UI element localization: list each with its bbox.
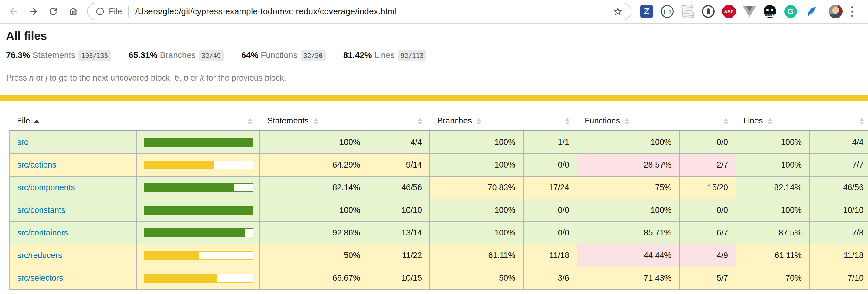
coverage-bar <box>144 228 253 237</box>
file-link[interactable]: src/constants <box>17 206 65 215</box>
forward-arrow-icon <box>28 6 39 17</box>
coverage-bar-empty <box>214 160 253 169</box>
metric-label: Functions <box>261 50 297 60</box>
column-header-file[interactable]: File <box>9 101 136 131</box>
frac-cell: 5/7 <box>679 267 736 290</box>
file-cell: src/selectors <box>9 267 136 290</box>
home-button[interactable] <box>65 4 81 19</box>
column-header-sorter[interactable] <box>523 101 577 131</box>
table-header-row: FileStatementsBranchesFunctionsLines <box>9 101 868 131</box>
column-label: File <box>17 116 30 125</box>
column-header-functions[interactable]: Functions <box>577 101 679 131</box>
coverage-status-line <box>0 96 868 101</box>
hint-text: or <box>188 73 200 82</box>
table-row: src/actions64.29%9/14100%0/028.57%2/7100… <box>9 154 868 176</box>
frac-cell: 13/14 <box>368 222 430 244</box>
adblock-plus-extension-icon[interactable]: ABP <box>722 5 736 18</box>
home-icon <box>68 6 79 17</box>
forward-button[interactable] <box>25 4 41 19</box>
coverage-bar <box>144 183 253 192</box>
address-bar[interactable]: File /Users/gleb/git/cypress-example-tod… <box>87 3 631 20</box>
pct-cell: 61.11% <box>430 244 523 267</box>
hint-text: , <box>179 73 184 82</box>
metric-fraction: 103/135 <box>78 50 111 61</box>
sorter-icon <box>477 118 481 125</box>
kuker-extension-icon[interactable]: KUKER <box>763 5 777 18</box>
coverage-bar-empty <box>234 183 253 192</box>
frac-cell: 2/7 <box>679 154 736 176</box>
metric-fraction: 32/50 <box>301 50 326 61</box>
pct-cell: 100% <box>430 131 523 154</box>
hint-text: or <box>34 73 46 82</box>
coverage-summary: 76.3%Statements103/13565.31%Branches32/4… <box>6 50 862 60</box>
feather-extension-icon[interactable] <box>805 5 818 18</box>
profile-avatar[interactable] <box>829 4 843 19</box>
pct-cell: 100% <box>577 199 679 222</box>
column-header-sorter[interactable] <box>810 101 868 131</box>
metric-percentage: 81.42% <box>343 50 372 60</box>
frac-cell: 9/14 <box>368 154 430 176</box>
coverage-bar <box>144 160 253 169</box>
coverage-bar-fill <box>144 138 253 147</box>
column-label: Lines <box>743 116 763 125</box>
column-header-sorter[interactable] <box>136 101 260 131</box>
zotero-extension-icon[interactable]: Z <box>640 5 653 18</box>
bar-cell <box>136 222 260 244</box>
column-header-branches[interactable]: Branches <box>430 101 523 131</box>
frac-cell: 46/56 <box>810 176 868 199</box>
frac-cell: 0/0 <box>523 199 577 222</box>
notes-extension-icon[interactable] <box>681 5 694 18</box>
pct-cell: 100% <box>260 199 368 222</box>
coverage-bar <box>144 251 253 260</box>
frac-cell: 11/22 <box>368 244 430 267</box>
hint-text: p <box>184 73 188 82</box>
onepassword-extension-icon[interactable] <box>702 5 715 18</box>
sorter-icon <box>724 118 728 125</box>
frac-cell: 4/4 <box>810 131 868 154</box>
file-link[interactable]: src/containers <box>17 228 68 237</box>
column-header-statements[interactable]: Statements <box>260 101 368 131</box>
vue-devtools-extension-icon[interactable] <box>743 5 756 18</box>
column-header-sorter[interactable] <box>368 101 430 131</box>
column-header-lines[interactable]: Lines <box>736 101 810 131</box>
metric-label: Lines <box>374 50 395 60</box>
bar-cell <box>136 131 260 154</box>
pct-cell: 100% <box>430 222 523 244</box>
column-header-sorter[interactable] <box>679 101 736 131</box>
sorter-icon <box>625 118 629 125</box>
frac-cell: 0/0 <box>523 222 577 244</box>
coverage-bar-empty <box>245 228 253 237</box>
json-viewer-extension-icon[interactable]: {...} <box>660 5 674 18</box>
file-cell: src/components <box>9 176 136 199</box>
pct-cell: 44.44% <box>577 244 679 267</box>
metric-label: Branches <box>160 50 196 60</box>
back-button[interactable] <box>5 4 21 19</box>
reload-icon <box>48 6 59 17</box>
url-text[interactable]: /Users/gleb/git/cypress-example-todomvc-… <box>135 7 608 16</box>
pct-cell: 100% <box>736 199 810 222</box>
browser-menu-button[interactable] <box>846 4 858 19</box>
page-info-icon[interactable] <box>96 7 105 16</box>
coverage-bar-empty <box>217 274 253 283</box>
coverage-bar-fill <box>144 228 245 237</box>
hint-text: b <box>175 73 179 82</box>
frac-cell: 4/9 <box>679 244 736 267</box>
file-link[interactable]: src/selectors <box>17 273 63 283</box>
coverage-bar-empty <box>199 251 253 260</box>
file-link[interactable]: src/reducers <box>17 251 62 260</box>
file-link[interactable]: src/components <box>17 183 75 192</box>
file-link[interactable]: src <box>17 138 28 147</box>
bookmark-star-icon[interactable] <box>613 6 623 16</box>
pct-cell: 50% <box>430 267 523 290</box>
frac-cell: 1/1 <box>523 131 577 154</box>
hint-text: k <box>200 73 204 82</box>
reload-button[interactable] <box>45 4 61 19</box>
metric-percentage: 65.31% <box>129 50 158 60</box>
frac-cell: 7/10 <box>810 267 868 290</box>
file-link[interactable]: src/actions <box>17 160 56 169</box>
frac-cell: 11/18 <box>523 244 577 267</box>
grammarly-extension-icon[interactable]: G <box>784 5 797 18</box>
sorter-icon <box>860 118 864 125</box>
coverage-bar-fill <box>144 274 217 283</box>
coverage-bar <box>144 138 253 147</box>
